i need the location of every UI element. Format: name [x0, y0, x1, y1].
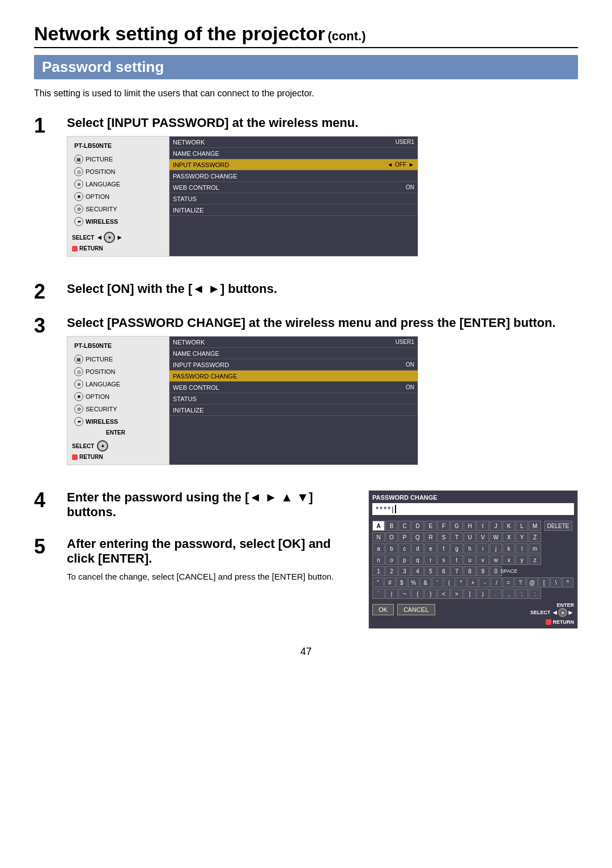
security-icon-2: ⚙: [74, 405, 83, 414]
kb-key-E[interactable]: E: [424, 521, 437, 531]
kb-key-L[interactable]: L: [516, 521, 528, 531]
kb-key-s[interactable]: s: [437, 555, 450, 565]
kb-key-lbracket[interactable]: [: [538, 577, 550, 588]
kb-key-c[interactable]: c: [398, 543, 411, 554]
kb-key-l[interactable]: l: [516, 543, 528, 554]
kb-key-minus[interactable]: -: [479, 577, 490, 588]
kb-key-K[interactable]: K: [503, 521, 515, 531]
kb-key-backslash[interactable]: \: [550, 577, 562, 588]
kb-key-Z[interactable]: Z: [529, 532, 541, 542]
kb-key-semi[interactable]: ;: [516, 589, 528, 599]
kb-key-period[interactable]: .: [490, 589, 502, 599]
ok-button[interactable]: OK: [372, 604, 394, 615]
return-row-2: RETURN: [72, 454, 164, 460]
kb-key-D[interactable]: D: [411, 521, 424, 531]
kb-key-w[interactable]: w: [490, 555, 502, 565]
kb-key-a[interactable]: a: [372, 543, 385, 554]
kb-key-V[interactable]: V: [477, 532, 489, 542]
kb-key-lparen[interactable]: (: [444, 577, 455, 588]
kb-key-r[interactable]: r: [424, 555, 437, 565]
kb-key-n[interactable]: n: [372, 555, 385, 565]
kb-key-o[interactable]: o: [385, 555, 398, 565]
cancel-button[interactable]: CANCEL: [397, 604, 435, 615]
kb-key-N[interactable]: N: [372, 532, 385, 542]
kb-key-percent[interactable]: %: [408, 577, 419, 588]
kb-key-y[interactable]: y: [516, 555, 528, 565]
kb-key-M[interactable]: M: [529, 521, 541, 531]
kb-key-v[interactable]: v: [477, 555, 489, 565]
kb-key-rbrace[interactable]: }: [424, 589, 437, 599]
kb-key-J[interactable]: J: [490, 521, 502, 531]
kb-key-x[interactable]: x: [503, 555, 515, 565]
kb-key-dollar[interactable]: $: [396, 577, 407, 588]
kb-key-d[interactable]: d: [411, 543, 424, 554]
kb-key-R[interactable]: R: [424, 532, 437, 542]
kb-key-Y[interactable]: Y: [516, 532, 528, 542]
kb-key-z[interactable]: z: [529, 555, 541, 565]
kb-key-O[interactable]: O: [385, 532, 398, 542]
kb-key-H[interactable]: H: [464, 521, 476, 531]
kb-key-k[interactable]: k: [503, 543, 515, 554]
kb-key-X[interactable]: X: [503, 532, 515, 542]
kb-key-3[interactable]: 3: [398, 566, 411, 576]
kb-key-caret[interactable]: ^: [562, 577, 573, 588]
menu-language-2: ⊕LANGUAGE: [72, 378, 164, 390]
kb-key-gt[interactable]: >: [450, 589, 463, 599]
kb-key-plus[interactable]: +: [468, 577, 479, 588]
kb-key-rbracket[interactable]: ]: [464, 589, 476, 599]
kb-key-pipe[interactable]: |: [385, 589, 398, 599]
kb-key-dquote[interactable]: ": [372, 577, 384, 588]
kb-key-I[interactable]: I: [477, 521, 489, 531]
kb-key-T[interactable]: T: [450, 532, 463, 542]
kb-key-h[interactable]: h: [464, 543, 476, 554]
kb-key-P[interactable]: P: [398, 532, 411, 542]
kb-key-lt[interactable]: <: [437, 589, 450, 599]
kb-key-question[interactable]: ?: [515, 577, 526, 588]
kb-key-m[interactable]: m: [529, 543, 541, 554]
kb-key-amp[interactable]: &: [420, 577, 431, 588]
kb-key-t[interactable]: t: [450, 555, 463, 565]
kb-key-i[interactable]: i: [477, 543, 489, 554]
kb-key-tilde[interactable]: ~: [398, 589, 411, 599]
kb-key-5[interactable]: 5: [424, 566, 437, 576]
kb-key-B[interactable]: B: [385, 521, 398, 531]
kb-delete[interactable]: DELETE: [544, 521, 572, 531]
kb-key-q[interactable]: q: [411, 555, 424, 565]
kb-key-j[interactable]: j: [490, 543, 502, 554]
kb-key-equals[interactable]: =: [503, 577, 514, 588]
kb-key-p[interactable]: p: [398, 555, 411, 565]
kb-key-lbrace[interactable]: {: [411, 589, 424, 599]
menu-wireless-2-active: ☙WIRELESS: [72, 416, 164, 427]
kb-key-colon[interactable]: :: [529, 589, 541, 599]
kb-key-4[interactable]: 4: [411, 566, 424, 576]
kb-key-f[interactable]: f: [437, 543, 450, 554]
kb-key-1[interactable]: 1: [372, 566, 385, 576]
kb-key-A[interactable]: A: [372, 521, 385, 531]
kb-key-b[interactable]: b: [385, 543, 398, 554]
kb-key-G[interactable]: G: [450, 521, 463, 531]
kb-key-backtick[interactable]: `: [372, 589, 385, 599]
kb-key-comma[interactable]: ,: [503, 589, 515, 599]
pw-input-field[interactable]: ****|: [372, 503, 574, 515]
kb-key-e[interactable]: e: [424, 543, 437, 554]
kb-key-at[interactable]: @: [526, 577, 538, 588]
kb-key-6[interactable]: 6: [437, 566, 450, 576]
kb-key-slash[interactable]: /: [491, 577, 502, 588]
kb-key-W[interactable]: W: [490, 532, 502, 542]
kb-key-Q[interactable]: Q: [411, 532, 424, 542]
kb-key-hash[interactable]: #: [384, 577, 396, 588]
kb-key-u[interactable]: u: [464, 555, 476, 565]
kb-key-squote[interactable]: ': [432, 577, 443, 588]
kb-key-rparen[interactable]: ): [477, 589, 489, 599]
kb-key-F[interactable]: F: [437, 521, 450, 531]
kb-key-2[interactable]: 2: [385, 566, 398, 576]
kb-key-9[interactable]: 9: [477, 566, 489, 576]
kb-key-asterisk[interactable]: *: [456, 577, 467, 588]
kb-key-8[interactable]: 8: [464, 566, 476, 576]
kb-key-g[interactable]: g: [450, 543, 463, 554]
kb-key-7[interactable]: 7: [450, 566, 463, 576]
kb-key-U[interactable]: U: [464, 532, 476, 542]
kb-key-S[interactable]: S: [437, 532, 450, 542]
menu-position-2: ◎POSITION: [72, 366, 164, 377]
kb-key-C[interactable]: C: [398, 521, 411, 531]
